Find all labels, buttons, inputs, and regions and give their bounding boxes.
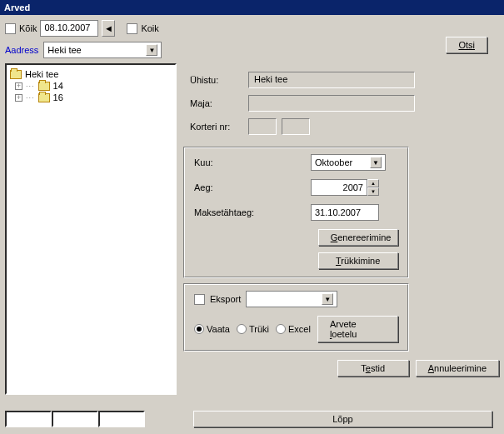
form-panel: Ühistu: Heki tee Maja: Korteri nr: Kuu: <box>183 63 499 395</box>
aeg-spinner[interactable]: ▲ ▼ <box>311 179 379 196</box>
excel-label: Excel <box>288 324 311 334</box>
tree-item-label: 16 <box>53 92 63 102</box>
arvete-loetelu-button[interactable]: Arvete loetelu <box>317 316 398 342</box>
truki-radio[interactable] <box>237 324 247 334</box>
annuleerimine-button[interactable]: Annuleerimine <box>416 360 499 377</box>
tree-item[interactable]: + ··· 14 <box>10 80 172 92</box>
tree-root[interactable]: Heki tee <box>10 68 172 80</box>
chevron-down-icon: ▼ <box>322 293 333 305</box>
makse-label: Maksetähtaeg: <box>194 207 311 217</box>
makse-input[interactable] <box>311 204 379 221</box>
testid-button[interactable]: Testid <box>337 360 409 377</box>
expand-icon[interactable]: + <box>15 94 22 102</box>
eksport-checkbox[interactable] <box>194 294 205 305</box>
tree-item-label: 14 <box>53 81 63 91</box>
aadress-combo-value: Heki tee <box>47 45 81 55</box>
folder-icon <box>38 82 50 91</box>
toolbar: Kõik 08.10.2007 ◄ Koik <box>0 15 504 42</box>
otsi-button[interactable]: Otsi <box>446 37 487 53</box>
maja-label: Maja: <box>190 98 248 108</box>
expand-icon[interactable]: + <box>15 82 22 90</box>
kuu-label: Kuu: <box>194 157 311 167</box>
koik-label: Koik <box>141 23 158 33</box>
aeg-input[interactable] <box>311 179 367 196</box>
eksport-combo[interactable]: ▼ <box>246 291 337 307</box>
vaata-radio[interactable] <box>194 324 204 334</box>
korteri-field-2 <box>282 118 310 135</box>
kuu-combo[interactable]: Oktoober ▼ <box>311 154 386 171</box>
folder-icon <box>10 70 22 79</box>
chevron-down-icon: ▼ <box>146 44 157 56</box>
chevron-down-icon: ▼ <box>370 157 382 168</box>
aeg-label: Aeg: <box>194 182 311 192</box>
date-step-left[interactable]: ◄ <box>102 20 115 37</box>
folder-icon <box>38 93 50 102</box>
korteri-field-1 <box>248 118 277 135</box>
maja-field <box>248 95 415 112</box>
excel-radio[interactable] <box>276 324 286 334</box>
lopp-button[interactable]: Lõpp <box>193 411 492 427</box>
aadress-label: Aadress <box>5 45 38 55</box>
uhistu-label: Ühistu: <box>190 75 248 85</box>
period-fieldset: Kuu: Oktoober ▼ Aeg: ▲ ▼ <box>183 147 409 278</box>
spin-down-icon[interactable]: ▼ <box>367 187 379 196</box>
status-cell <box>5 411 52 427</box>
uhistu-field: Heki tee <box>248 72 415 88</box>
window-titlebar: Arved <box>0 0 504 15</box>
btn-rest: enereerimine <box>337 232 391 242</box>
vaata-label: Vaata <box>207 324 230 334</box>
status-cells <box>5 411 145 427</box>
tree-item[interactable]: + ··· 16 <box>10 92 172 103</box>
trukkimine-button[interactable]: Trükkimine <box>318 252 398 269</box>
status-cell <box>52 411 98 427</box>
koik-checkbox[interactable] <box>127 23 137 34</box>
eksport-label: Eksport <box>210 294 241 304</box>
aadress-combo[interactable]: Heki tee ▼ <box>43 42 162 58</box>
btn-rest: rükkimine <box>341 256 380 266</box>
koik-all-label: Kõik <box>19 23 37 33</box>
truki-label: Trüki <box>249 324 269 334</box>
status-cell <box>98 411 145 427</box>
date-input[interactable]: 08.10.2007 <box>40 20 98 37</box>
korteri-label: Korteri nr: <box>190 122 248 132</box>
genereerimine-button[interactable]: Genereerimine <box>318 229 398 246</box>
export-fieldset: Eksport ▼ Vaata Trüki <box>183 283 409 352</box>
spin-up-icon[interactable]: ▲ <box>367 179 379 187</box>
kuu-value: Oktoober <box>315 157 352 167</box>
tree-root-label: Heki tee <box>25 69 58 79</box>
koik-all-checkbox[interactable] <box>5 23 16 34</box>
tree-panel: Heki tee + ··· 14 + ··· 16 <box>5 63 177 395</box>
